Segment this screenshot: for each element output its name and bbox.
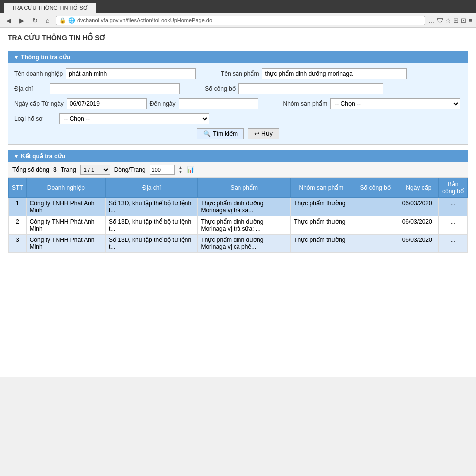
col-header-ngay-cap: Ngày cấp xyxy=(399,178,438,198)
url-text: dvchanoi.vfa.gov.vn/filesAction!toLookUp… xyxy=(77,17,212,23)
search-icon: 🔍 xyxy=(203,130,211,137)
trang-label: Trang xyxy=(61,166,76,173)
cell-san-pham: Thực phẩm dinh dưỡng Morinaga vị cà phê.… xyxy=(198,235,291,253)
more-button[interactable]: … xyxy=(428,17,435,24)
den-ngay-label: Đến ngày xyxy=(150,100,176,107)
ngay-cap-field: Ngày cấp Từ ngày Đến ngày xyxy=(14,98,258,109)
search-button-label: Tìm kiếm xyxy=(213,130,238,137)
cell-ngay-cap: 06/03/2020 xyxy=(399,235,438,253)
so-cong-bo-input[interactable] xyxy=(238,83,383,94)
search-section: ▼ Thông tin tra cứu Tên doanh nghiệp Tên… xyxy=(8,51,468,145)
cell-ban-cong-bo[interactable]: ... xyxy=(438,235,467,253)
cell-doanh-nghiep: Công ty TNHH Phát Anh Minh xyxy=(26,198,105,216)
cell-ban-cong-bo[interactable]: ... xyxy=(438,198,467,216)
cancel-button[interactable]: ↩ Hủy xyxy=(248,128,279,139)
lock-icon: 🔒 xyxy=(59,17,66,24)
col-header-nhom: Nhóm sản phẩm xyxy=(291,178,352,198)
cell-nhom-san-pham: Thực phẩm thường xyxy=(291,235,352,253)
cell-stt: 3 xyxy=(9,235,27,253)
ten-doanh-nghiep-label: Tên doanh nghiệp xyxy=(14,70,63,77)
search-form: Tên doanh nghiệp Tên sản phẩm Địa chỉ Số… xyxy=(8,63,468,144)
cell-stt: 1 xyxy=(9,198,27,216)
nhom-san-pham-select[interactable]: -- Chọn -- Thực phẩm thường Thực phẩm ch… xyxy=(330,98,460,109)
ngay-cap-input[interactable] xyxy=(67,98,147,109)
browser-tabs: TRA CỨU THÔNG TIN HỒ SƠ xyxy=(0,3,476,13)
cell-dia-chi: Số 13D, khu tập thể bộ tư lệnh t... xyxy=(106,216,198,235)
cell-nhom-san-pham: Thực phẩm thường xyxy=(291,216,352,235)
dia-chi-field: Địa chỉ xyxy=(14,83,180,94)
cell-doanh-nghiep: Công ty TNHH Phát Anh Minh xyxy=(26,235,105,253)
forward-button[interactable]: ▶ xyxy=(17,15,27,25)
home-button[interactable]: ⌂ xyxy=(43,15,53,25)
dia-chi-label: Địa chỉ xyxy=(14,85,33,92)
search-button[interactable]: 🔍 Tìm kiếm xyxy=(197,128,244,139)
ten-san-pham-input[interactable] xyxy=(262,68,407,79)
ngay-cap-label: Ngày cấp Từ ngày xyxy=(14,100,64,107)
menu-button[interactable]: ≡ xyxy=(468,17,472,24)
dong-trang-label: Dòng/Trang xyxy=(114,166,146,173)
browser-tab[interactable]: TRA CỨU THÔNG TIN HỒ SƠ xyxy=(4,3,96,13)
ten-san-pham-label: Tên sản phẩm xyxy=(221,70,259,77)
spinner-down-icon[interactable]: ▼ xyxy=(179,170,183,174)
cell-san-pham: Thực phẩm dinh dưỡng Morinaga vị trà sữa… xyxy=(198,216,291,235)
cell-ngay-cap: 06/03/2020 xyxy=(399,216,438,235)
cell-so-cong-bo xyxy=(352,235,399,253)
so-cong-bo-label: Số công bố xyxy=(205,85,235,92)
spinner-btn[interactable]: ▲ ▼ xyxy=(179,166,183,174)
so-cong-bo-field: Số công bố xyxy=(205,83,383,94)
nhom-san-pham-field: Nhóm sản phẩm -- Chọn -- Thực phẩm thườn… xyxy=(283,98,461,109)
extensions-button[interactable]: ⊞ xyxy=(453,17,459,24)
address-bar[interactable]: 🔒 🌐 dvchanoi.vfa.gov.vn/filesAction!toLo… xyxy=(56,16,425,25)
form-row-2: Địa chỉ Số công bố xyxy=(14,83,462,94)
page-select[interactable]: 1 / 1 xyxy=(80,165,110,175)
cell-stt: 2 xyxy=(9,216,27,235)
results-tbody: 1 Công ty TNHH Phát Anh Minh Số 13D, khu… xyxy=(9,198,468,253)
ten-doanh-nghiep-field: Tên doanh nghiệp xyxy=(14,68,196,79)
table-row[interactable]: 2 Công ty TNHH Phát Anh Minh Số 13D, khu… xyxy=(9,216,468,235)
ten-doanh-nghiep-input[interactable] xyxy=(66,68,196,79)
results-table: STT Doanh nghiệp Địa chỉ Sản phẩm Nhóm s… xyxy=(8,178,468,253)
form-row-3: Ngày cấp Từ ngày Đến ngày Nhóm sản phẩm … xyxy=(14,98,462,109)
dong-trang-input[interactable] xyxy=(150,165,175,175)
tong-so-dong-value: 3 xyxy=(53,166,57,173)
col-header-doanh-nghiep: Doanh nghiệp xyxy=(26,178,105,198)
page-body: TRA CỨU THÔNG TIN HỒ SƠ ▼ Thông tin tra … xyxy=(0,28,476,377)
browser-actions: … 🛡 ☆ ⊞ ⊡ ≡ xyxy=(428,17,472,24)
loai-ho-so-select[interactable]: -- Chọn -- Loại 1 Loại 2 xyxy=(59,113,209,124)
dia-chi-input[interactable] xyxy=(50,83,180,94)
table-header-row: STT Doanh nghiệp Địa chỉ Sản phẩm Nhóm s… xyxy=(9,178,468,198)
ten-san-pham-field: Tên sản phẩm xyxy=(221,68,407,79)
cell-so-cong-bo xyxy=(352,198,399,216)
form-row-1: Tên doanh nghiệp Tên sản phẩm xyxy=(14,68,462,79)
profile-button[interactable]: ⊡ xyxy=(461,17,466,24)
loai-ho-so-field: Loại hồ sơ -- Chọn -- Loại 1 Loại 2 xyxy=(14,113,209,124)
col-header-stt: STT xyxy=(9,178,27,198)
shield-button[interactable]: 🛡 xyxy=(437,17,443,24)
cell-so-cong-bo xyxy=(352,216,399,235)
shield-icon: 🌐 xyxy=(68,17,75,24)
cell-nhom-san-pham: Thực phẩm thường xyxy=(291,198,352,216)
tong-so-dong-label: Tổng số dòng xyxy=(12,166,49,173)
loai-ho-so-label: Loại hồ sơ xyxy=(14,115,42,122)
search-section-header: ▼ Thông tin tra cứu xyxy=(8,51,468,63)
page-title: TRA CỨU THÔNG TIN HỒ SƠ xyxy=(8,34,468,45)
cell-doanh-nghiep: Công ty TNHH Phát Anh Minh xyxy=(26,216,105,235)
nhom-san-pham-label: Nhóm sản phẩm xyxy=(283,100,328,107)
bookmark-button[interactable]: ☆ xyxy=(445,17,451,24)
export-icon[interactable]: 📊 xyxy=(187,166,194,173)
spinner-up-icon[interactable]: ▲ xyxy=(179,166,183,170)
cell-ban-cong-bo[interactable]: ... xyxy=(438,216,467,235)
col-header-so-cong-bo: Số công bố xyxy=(352,178,399,198)
table-row[interactable]: 1 Công ty TNHH Phát Anh Minh Số 13D, khu… xyxy=(9,198,468,216)
results-header: ▼ Kết quả tra cứu xyxy=(8,150,468,162)
cell-san-pham: Thực phẩm dinh dưỡng Morinaga vị trà xa.… xyxy=(198,198,291,216)
cell-dia-chi: Số 13D, khu tập thể bộ tư lệnh t... xyxy=(106,198,198,216)
back-button[interactable]: ◀ xyxy=(4,15,14,25)
refresh-button[interactable]: ↻ xyxy=(30,15,40,25)
cell-ngay-cap: 06/03/2020 xyxy=(399,198,438,216)
den-ngay-input[interactable] xyxy=(179,98,258,109)
table-row[interactable]: 3 Công ty TNHH Phát Anh Minh Số 13D, khu… xyxy=(9,235,468,253)
results-section: ▼ Kết quả tra cứu Tổng số dòng 3 Trang 1… xyxy=(8,150,468,253)
btn-row: 🔍 Tìm kiếm ↩ Hủy xyxy=(14,128,462,139)
results-toolbar: Tổng số dòng 3 Trang 1 / 1 Dòng/Trang ▲ … xyxy=(8,162,468,178)
